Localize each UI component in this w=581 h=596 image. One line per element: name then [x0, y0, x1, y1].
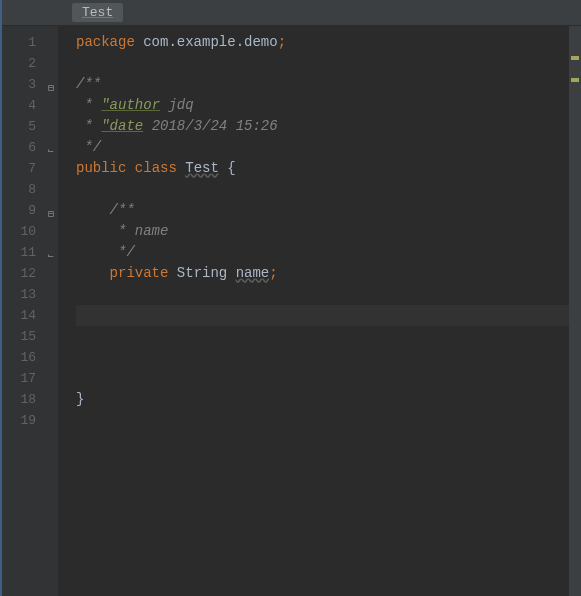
line-number[interactable]: 19	[2, 410, 58, 431]
code-line[interactable]	[76, 410, 581, 431]
fold-start-icon[interactable]: ⊟	[44, 204, 54, 214]
tab-bar: Test	[2, 0, 581, 26]
code-line[interactable]	[76, 347, 581, 368]
comment: * name	[76, 223, 168, 239]
line-number[interactable]: 1	[2, 32, 58, 53]
line-number[interactable]: 9⊟	[2, 200, 58, 221]
line-number[interactable]: 15	[2, 326, 58, 347]
package-name: com.example.demo	[135, 34, 278, 50]
scrollbar-track[interactable]	[569, 26, 581, 596]
line-number[interactable]: 16	[2, 347, 58, 368]
comment: *	[76, 118, 101, 134]
line-number[interactable]: 18	[2, 389, 58, 410]
line-number[interactable]: 2	[2, 53, 58, 74]
keyword: class	[126, 160, 185, 176]
keyword: private	[76, 265, 177, 281]
brace: }	[76, 391, 84, 407]
warning-stripe[interactable]	[571, 78, 579, 82]
line-number[interactable]: 3⊟	[2, 74, 58, 95]
code-line[interactable]	[76, 368, 581, 389]
keyword: public	[76, 160, 126, 176]
code-area: 1 2 3⊟ 4 5 6⌙ 7 8 9⊟ 10 11⌙ 12 13 14 15 …	[2, 26, 581, 596]
semicolon: ;	[269, 265, 277, 281]
line-number-gutter[interactable]: 1 2 3⊟ 4 5 6⌙ 7 8 9⊟ 10 11⌙ 12 13 14 15 …	[2, 26, 58, 596]
comment: */	[76, 244, 135, 260]
javadoc-value: jdq	[160, 97, 194, 113]
line-number[interactable]: 5	[2, 116, 58, 137]
code-line[interactable]	[76, 326, 581, 347]
fold-end-icon[interactable]: ⌙	[44, 141, 54, 151]
code-line[interactable]	[76, 284, 581, 305]
comment: /**	[76, 202, 135, 218]
fold-start-icon[interactable]: ⊟	[44, 78, 54, 88]
code-line[interactable]: package com.example.demo;	[76, 32, 581, 53]
editor-window: Test 1 2 3⊟ 4 5 6⌙ 7 8 9⊟ 10 11⌙ 12 13 1…	[0, 0, 581, 596]
comment: /**	[76, 76, 101, 92]
comment: */	[76, 139, 101, 155]
field-name: name	[236, 265, 270, 281]
line-number[interactable]: 8	[2, 179, 58, 200]
line-number[interactable]: 13	[2, 284, 58, 305]
brace: {	[219, 160, 236, 176]
line-number[interactable]: 17	[2, 368, 58, 389]
code-line-current[interactable]	[76, 305, 581, 326]
fold-end-icon[interactable]: ⌙	[44, 246, 54, 256]
line-number[interactable]: 10	[2, 221, 58, 242]
line-number[interactable]: 4	[2, 95, 58, 116]
code-line[interactable]: */	[76, 137, 581, 158]
code-line[interactable]: /**	[76, 74, 581, 95]
semicolon: ;	[278, 34, 286, 50]
code-line[interactable]: */	[76, 242, 581, 263]
line-number[interactable]: 6⌙	[2, 137, 58, 158]
keyword: package	[76, 34, 135, 50]
code-line[interactable]: /**	[76, 200, 581, 221]
code-line[interactable]	[76, 53, 581, 74]
code-line[interactable]: }	[76, 389, 581, 410]
code-line[interactable]: private String name;	[76, 263, 581, 284]
javadoc-tag: "author	[101, 97, 160, 113]
comment: *	[76, 97, 101, 113]
code-line[interactable]: * "author jdq	[76, 95, 581, 116]
javadoc-tag: "date	[101, 118, 143, 134]
warning-stripe[interactable]	[571, 56, 579, 60]
line-number[interactable]: 11⌙	[2, 242, 58, 263]
type: String	[177, 265, 236, 281]
line-number[interactable]: 7	[2, 158, 58, 179]
code-content[interactable]: package com.example.demo; /** * "author …	[58, 26, 581, 596]
javadoc-value: 2018/3/24 15:26	[143, 118, 277, 134]
file-tab-test[interactable]: Test	[72, 3, 123, 22]
line-number[interactable]: 12	[2, 263, 58, 284]
code-line[interactable]	[76, 179, 581, 200]
code-line[interactable]: public class Test {	[76, 158, 581, 179]
code-line[interactable]: * "date 2018/3/24 15:26	[76, 116, 581, 137]
code-line[interactable]: * name	[76, 221, 581, 242]
line-number[interactable]: 14	[2, 305, 58, 326]
class-name: Test	[185, 160, 219, 176]
